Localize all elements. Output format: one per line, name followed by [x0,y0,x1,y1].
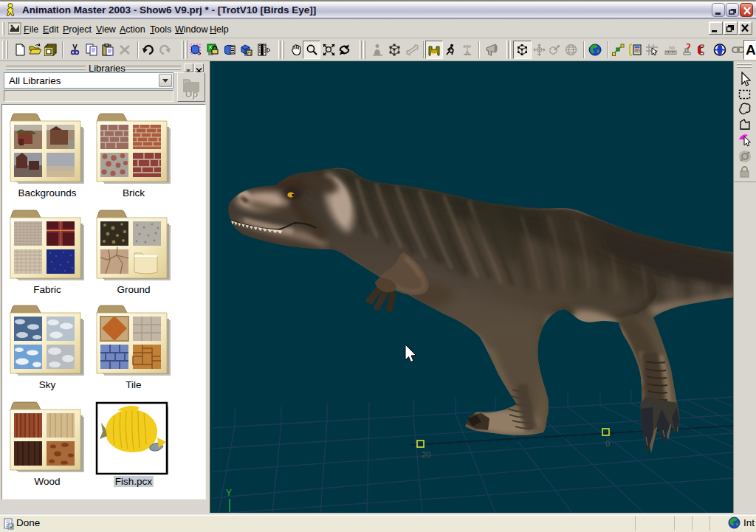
svg-text:Y: Y [226,488,232,498]
svg-text:0: 0 [605,439,610,448]
svg-text:no: no [669,45,675,50]
svg-text:20: 20 [422,450,430,459]
svg-text:A: A [746,43,756,57]
svg-text:Up: Up [185,89,198,100]
